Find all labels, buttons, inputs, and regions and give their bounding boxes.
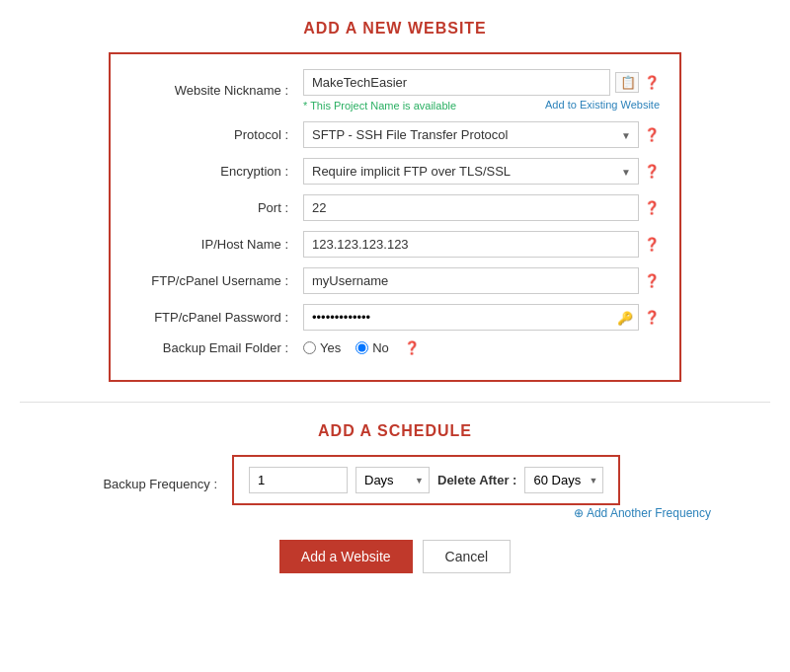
- frequency-unit-wrapper: Days Weeks Months: [356, 467, 430, 493]
- backup-email-no-option[interactable]: No: [356, 340, 389, 355]
- cancel-button[interactable]: Cancel: [423, 540, 512, 573]
- password-label: FTP/cPanel Password :: [130, 310, 303, 325]
- protocol-select[interactable]: SFTP - SSH File Transfer Protocol FTP - …: [303, 121, 639, 148]
- add-existing-link[interactable]: Add to Existing Website: [545, 99, 660, 111]
- website-form-box: Website Nickname : 📋 ❓ * This Project Na…: [109, 52, 681, 382]
- nickname-row: Website Nickname : 📋 ❓ * This Project Na…: [130, 69, 660, 112]
- clipboard-icon[interactable]: 📋: [615, 72, 639, 93]
- add-website-section: ADD A NEW WEBSITE Website Nickname : 📋 ❓…: [20, 20, 770, 382]
- frequency-value-input[interactable]: [249, 467, 348, 493]
- protocol-label: Protocol :: [130, 127, 303, 142]
- delete-after-label: Delete After :: [437, 473, 516, 487]
- encryption-label: Encryption :: [130, 164, 303, 179]
- page-wrapper: ADD A NEW WEBSITE Website Nickname : 📋 ❓…: [0, 0, 790, 672]
- backup-email-yes-label: Yes: [320, 340, 341, 355]
- password-help-icon[interactable]: ❓: [644, 310, 660, 325]
- protocol-help-icon[interactable]: ❓: [644, 127, 660, 142]
- buttons-row: Add a Website Cancel: [20, 540, 770, 573]
- backup-email-field: Yes No ❓: [303, 340, 660, 355]
- username-input[interactable]: [303, 267, 639, 294]
- frequency-outer-label: Backup Frequency :: [59, 469, 232, 491]
- password-input[interactable]: [303, 304, 639, 331]
- backup-email-yes-option[interactable]: Yes: [303, 340, 341, 355]
- available-text: * This Project Name is available: [303, 100, 456, 112]
- ip-host-help-icon[interactable]: ❓: [644, 237, 660, 252]
- encryption-help-icon[interactable]: ❓: [644, 164, 660, 179]
- ip-host-label: IP/Host Name :: [130, 237, 303, 252]
- port-help-icon[interactable]: ❓: [644, 200, 660, 215]
- section-divider: [20, 402, 770, 403]
- add-schedule-title: ADD A SCHEDULE: [20, 422, 770, 440]
- password-row: FTP/cPanel Password : 🔑 ❓: [130, 304, 660, 331]
- nickname-help-icon[interactable]: ❓: [644, 75, 660, 90]
- backup-email-label: Backup Email Folder :: [130, 340, 303, 355]
- backup-email-no-label: No: [372, 340, 389, 355]
- nickname-input[interactable]: [303, 69, 610, 96]
- protocol-field: SFTP - SSH File Transfer Protocol FTP - …: [303, 121, 660, 148]
- encryption-select-wrapper: Require implicit FTP over TLS/SSL Requir…: [303, 158, 639, 185]
- schedule-red-box: Days Weeks Months Delete After : 30 Days…: [232, 455, 620, 505]
- add-another-frequency-container: Add Another Frequency: [20, 505, 770, 520]
- ip-host-input[interactable]: [303, 231, 639, 258]
- frequency-unit-select[interactable]: Days Weeks Months: [356, 467, 430, 493]
- port-field: ❓: [303, 194, 660, 221]
- password-wrapper: 🔑: [303, 304, 639, 331]
- password-field: 🔑 ❓: [303, 304, 660, 331]
- encryption-field: Require implicit FTP over TLS/SSL Requir…: [303, 158, 660, 185]
- add-schedule-section: ADD A SCHEDULE Backup Frequency : Days W…: [20, 422, 770, 520]
- add-website-title: ADD A NEW WEBSITE: [20, 20, 770, 37]
- delete-after-wrapper: 30 Days 60 Days 90 Days Never: [524, 467, 603, 493]
- username-row: FTP/cPanel Username : ❓: [130, 267, 660, 294]
- schedule-outer-row: Backup Frequency : Days Weeks Months Del…: [20, 455, 770, 505]
- encryption-select[interactable]: Require implicit FTP over TLS/SSL Requir…: [303, 158, 639, 185]
- backup-email-no-radio[interactable]: [356, 341, 368, 354]
- port-input[interactable]: [303, 194, 639, 221]
- port-label: Port :: [130, 200, 303, 215]
- backup-email-yes-radio[interactable]: [303, 341, 316, 354]
- username-label: FTP/cPanel Username :: [130, 273, 303, 288]
- backup-email-row: Backup Email Folder : Yes No ❓: [130, 340, 660, 355]
- username-help-icon[interactable]: ❓: [644, 273, 660, 288]
- ip-host-row: IP/Host Name : ❓: [130, 231, 660, 258]
- port-row: Port : ❓: [130, 194, 660, 221]
- eye-icon[interactable]: 🔑: [617, 310, 633, 325]
- add-website-button[interactable]: Add a Website: [279, 540, 413, 573]
- username-field: ❓: [303, 267, 660, 294]
- protocol-select-wrapper: SFTP - SSH File Transfer Protocol FTP - …: [303, 121, 639, 148]
- backup-email-radio-group: Yes No ❓: [303, 340, 420, 355]
- delete-after-select[interactable]: 30 Days 60 Days 90 Days Never: [524, 467, 603, 493]
- protocol-row: Protocol : SFTP - SSH File Transfer Prot…: [130, 121, 660, 148]
- add-another-frequency-link[interactable]: Add Another Frequency: [574, 506, 711, 520]
- encryption-row: Encryption : Require implicit FTP over T…: [130, 158, 660, 185]
- nickname-label: Website Nickname :: [130, 83, 303, 98]
- ip-host-field: ❓: [303, 231, 660, 258]
- backup-email-help-icon[interactable]: ❓: [404, 340, 420, 355]
- nickname-wrapper: 📋 ❓ * This Project Name is available Add…: [303, 69, 660, 112]
